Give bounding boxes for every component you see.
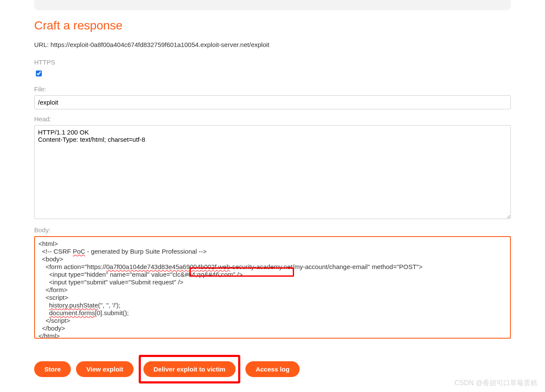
store-button[interactable]: Store bbox=[34, 361, 71, 377]
file-label: File: bbox=[34, 85, 511, 93]
url-value: https://exploit-0a8f00a404c674fd832759f6… bbox=[50, 41, 269, 48]
view-exploit-button[interactable]: View exploit bbox=[76, 361, 133, 377]
header-band bbox=[34, 0, 511, 10]
https-label: HTTPS bbox=[34, 59, 511, 66]
file-input[interactable] bbox=[34, 95, 511, 109]
url-label: URL: bbox=[34, 41, 49, 48]
head-textarea[interactable] bbox=[34, 125, 511, 219]
url-line: URL: https://exploit-0a8f00a404c674fd832… bbox=[34, 41, 511, 48]
button-row: Store View exploit Deliver exploit to vi… bbox=[34, 355, 511, 383]
body-textarea[interactable]: <html> <!-- CSRF PoC - generated by Burp… bbox=[34, 236, 511, 339]
page-title: Craft a response bbox=[34, 19, 511, 32]
access-log-button[interactable]: Access log bbox=[245, 361, 300, 377]
watermark: CSDN @香甜可口草莓蛋糕 bbox=[455, 379, 537, 388]
body-label: Body: bbox=[34, 226, 511, 234]
head-label: Head: bbox=[34, 115, 511, 123]
https-checkbox[interactable] bbox=[36, 70, 42, 76]
deliver-exploit-button[interactable]: Deliver exploit to victim bbox=[143, 361, 236, 377]
annotation-box-deliver: Deliver exploit to victim bbox=[139, 355, 240, 383]
